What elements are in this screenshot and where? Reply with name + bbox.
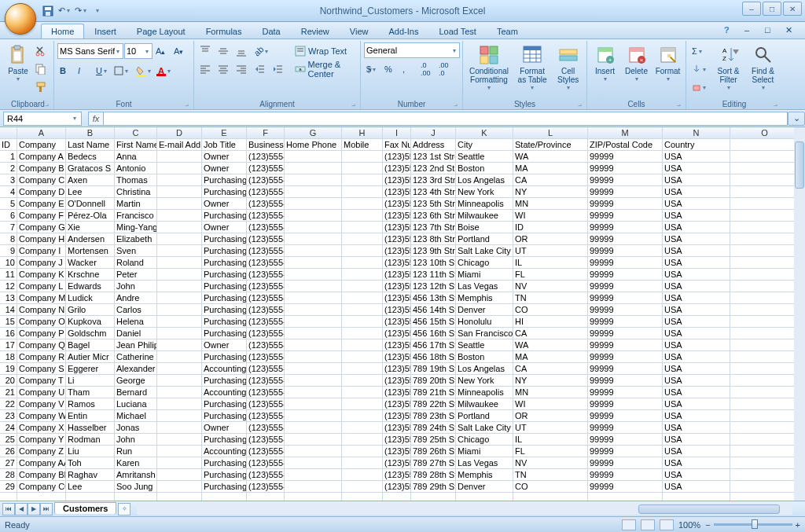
- cell[interactable]: USA: [663, 281, 730, 292]
- cell[interactable]: Lee: [66, 186, 115, 198]
- cell[interactable]: 3: [0, 174, 17, 186]
- cell[interactable]: Minneapolis: [456, 198, 513, 210]
- cell[interactable]: (123)555-0: [383, 328, 411, 339]
- cell[interactable]: (123)555-0: [383, 398, 411, 410]
- cell[interactable]: Peter: [115, 269, 157, 281]
- cell[interactable]: City: [456, 139, 513, 151]
- cell[interactable]: Thomas: [115, 174, 157, 186]
- cell[interactable]: 99999: [588, 363, 663, 375]
- qat-customize-icon[interactable]: ▾: [90, 4, 105, 18]
- cell[interactable]: [285, 422, 342, 434]
- clear-button[interactable]: ▾: [689, 79, 710, 96]
- cell[interactable]: [730, 410, 794, 422]
- cell[interactable]: [342, 198, 383, 210]
- cell[interactable]: Denver: [456, 481, 513, 493]
- cell[interactable]: Karen: [115, 457, 157, 469]
- cell[interactable]: Miami: [456, 269, 513, 281]
- cell[interactable]: [157, 281, 202, 292]
- cell[interactable]: OR: [513, 410, 588, 422]
- cell[interactable]: 123 5th Street: [411, 198, 456, 210]
- cell[interactable]: [456, 493, 513, 501]
- doc-restore-button[interactable]: □: [763, 21, 780, 39]
- cell[interactable]: [342, 269, 383, 281]
- last-sheet-button[interactable]: ⏭: [40, 503, 53, 515]
- cell[interactable]: [285, 257, 342, 269]
- col-header-E[interactable]: E: [202, 127, 247, 139]
- col-header-O[interactable]: O: [730, 127, 794, 139]
- increase-indent-button[interactable]: [270, 61, 287, 78]
- cell[interactable]: John: [115, 434, 157, 446]
- cell[interactable]: 21: [0, 387, 17, 398]
- cell[interactable]: [342, 328, 383, 339]
- cell[interactable]: Company B: [17, 163, 66, 174]
- cell[interactable]: Company G: [17, 222, 66, 233]
- cell[interactable]: Owner: [202, 163, 247, 174]
- cell[interactable]: 789 24th Street: [411, 422, 456, 434]
- cell[interactable]: Fax Number: [383, 139, 411, 151]
- cell[interactable]: [285, 375, 342, 387]
- spreadsheet-grid[interactable]: ABCDEFGHIJKLMNO1IDCompanyLast NameFirst …: [0, 127, 794, 501]
- cell[interactable]: 99999: [588, 328, 663, 339]
- cell[interactable]: 8: [0, 233, 17, 245]
- cell[interactable]: Memphis: [456, 469, 513, 481]
- cell[interactable]: 789 20th Street: [411, 375, 456, 387]
- cell[interactable]: USA: [663, 316, 730, 328]
- cell[interactable]: USA: [663, 410, 730, 422]
- cell[interactable]: [730, 316, 794, 328]
- cell[interactable]: USA: [663, 151, 730, 163]
- cell[interactable]: Company I: [17, 245, 66, 257]
- cell[interactable]: Purchasing: [202, 398, 247, 410]
- cell[interactable]: [157, 269, 202, 281]
- cell[interactable]: [285, 363, 342, 375]
- cell[interactable]: [285, 398, 342, 410]
- font-size-combo[interactable]: ▾: [124, 43, 153, 59]
- cell[interactable]: 99999: [588, 398, 663, 410]
- cell[interactable]: 14: [0, 304, 17, 316]
- cell[interactable]: Purchasing: [202, 281, 247, 292]
- cell[interactable]: 123 9th Street: [411, 245, 456, 257]
- cell[interactable]: [157, 446, 202, 457]
- cell[interactable]: Portland: [456, 410, 513, 422]
- cell[interactable]: Company D: [17, 186, 66, 198]
- ribbon-tab-data[interactable]: Data: [252, 24, 290, 39]
- cell[interactable]: (123)555-0: [383, 422, 411, 434]
- cell[interactable]: Purchasing: [202, 328, 247, 339]
- cell[interactable]: (123)555-0100: [247, 398, 285, 410]
- cell[interactable]: Bagel: [66, 339, 115, 351]
- cell[interactable]: (123)555-0100: [247, 151, 285, 163]
- cell[interactable]: [730, 281, 794, 292]
- cell[interactable]: Company AA: [17, 457, 66, 469]
- cell[interactable]: Mortensen: [66, 245, 115, 257]
- wrap-text-button[interactable]: Wrap Text: [292, 42, 365, 60]
- normal-view-button[interactable]: [622, 519, 636, 530]
- cell[interactable]: (123)555-0100: [247, 339, 285, 351]
- cell[interactable]: Chicago: [456, 257, 513, 269]
- expand-formula-bar-icon[interactable]: ⌄: [788, 112, 805, 126]
- cell[interactable]: Mobile: [342, 139, 383, 151]
- percent-button[interactable]: %: [382, 61, 399, 78]
- cell[interactable]: Seattle: [456, 339, 513, 351]
- cell[interactable]: Luciana: [115, 398, 157, 410]
- cell[interactable]: Company N: [17, 304, 66, 316]
- cell[interactable]: 456 17th Street: [411, 339, 456, 351]
- cell[interactable]: [342, 222, 383, 233]
- cell[interactable]: 22: [0, 398, 17, 410]
- cell[interactable]: Accounting: [202, 446, 247, 457]
- cell[interactable]: (123)555-0100: [247, 434, 285, 446]
- cell[interactable]: (123)555-0100: [247, 186, 285, 198]
- cell[interactable]: [157, 339, 202, 351]
- cell[interactable]: Daniel: [115, 328, 157, 339]
- cell[interactable]: Goldschm: [66, 328, 115, 339]
- format-painter-button[interactable]: [33, 79, 50, 96]
- cell[interactable]: Purchasing: [202, 174, 247, 186]
- cell[interactable]: [285, 151, 342, 163]
- cell[interactable]: [157, 257, 202, 269]
- cell[interactable]: WA: [513, 339, 588, 351]
- cell[interactable]: Liu: [66, 446, 115, 457]
- cell[interactable]: Accounting: [202, 363, 247, 375]
- cell[interactable]: [247, 493, 285, 501]
- cell[interactable]: [730, 351, 794, 363]
- cell[interactable]: Company Z: [17, 446, 66, 457]
- cell[interactable]: Company Q: [17, 339, 66, 351]
- cell[interactable]: Address: [411, 139, 456, 151]
